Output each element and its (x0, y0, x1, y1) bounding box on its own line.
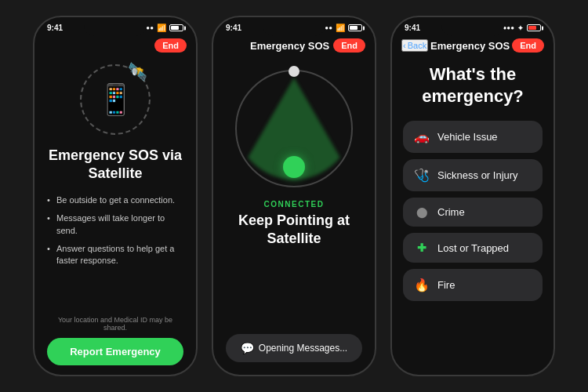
satellite-signal-icon: ✦ (517, 24, 524, 32)
phone-hand-icon: 📱 (97, 82, 134, 117)
nav-bar-1: End (34, 35, 196, 57)
option-list: 🚗 Vehicle Issue 🩺 Sickness or Injury ⬤ C… (403, 121, 543, 301)
option-fire[interactable]: 🔥 Fire (403, 269, 543, 301)
phone-3: 9:41 ●●● ✦ ‹ Back Emergency SOS End What… (390, 16, 555, 376)
nav-title-2: Emergency SOS (250, 40, 329, 52)
radar-satellite-dot (289, 66, 299, 77)
nav-bar-2: Emergency SOS End (213, 35, 375, 57)
nav-title-3: Emergency SOS (430, 40, 510, 52)
opening-messages-button[interactable]: 💬 Opening Messages... (226, 334, 362, 362)
battery-icon-2 (348, 24, 362, 31)
phone2-content: CONNECTED Keep Pointing at Satellite 💬 O… (213, 57, 375, 375)
phone-notch-3 (441, 17, 504, 36)
back-label: Back (408, 41, 426, 50)
nav-bar-3: ‹ Back Emergency SOS End (392, 35, 554, 57)
phone3-content: What's the emergency? 🚗 Vehicle Issue 🩺 … (392, 57, 554, 375)
option-lost-trapped[interactable]: ✚ Lost or Trapped (403, 233, 543, 263)
location-note: Your location and Medical ID may be shar… (47, 316, 183, 332)
time-2: 9:41 (226, 24, 241, 32)
option-fire-label: Fire (437, 279, 455, 291)
report-emergency-button[interactable]: Report Emergency (47, 338, 183, 365)
bullet-2: Messages will take longer to send. (47, 212, 183, 237)
end-button-3[interactable]: End (512, 38, 544, 53)
vehicle-icon: 🚗 (414, 129, 430, 144)
wifi-icon-2: 📶 (336, 24, 345, 32)
option-crime[interactable]: ⬤ Crime (403, 198, 543, 227)
option-sickness-injury[interactable]: 🩺 Sickness or Injury (403, 159, 543, 191)
wifi-icon-1: 📶 (157, 24, 166, 32)
connected-label: CONNECTED (264, 200, 325, 209)
phone-notch-1 (84, 17, 147, 36)
option-vehicle-issue[interactable]: 🚗 Vehicle Issue (403, 121, 543, 153)
option-sickness-label: Sickness or Injury (437, 169, 518, 181)
time-3: 9:41 (405, 24, 420, 32)
chevron-left-icon: ‹ (403, 41, 406, 50)
phone-2: 9:41 ●●● 📶 Emergency SOS End CONNECTED K… (212, 16, 376, 376)
battery-icon-3 (527, 24, 541, 31)
message-bubble-icon: 💬 (241, 342, 254, 354)
satellite-illustration: 🛰️ 📱 (76, 60, 154, 139)
end-button-2[interactable]: End (333, 38, 365, 53)
fire-icon: 🔥 (414, 278, 430, 292)
option-lost-label: Lost or Trapped (437, 242, 509, 254)
opening-messages-label: Opening Messages... (259, 343, 347, 354)
bullet-1: Be outside to get a connection. (47, 194, 183, 206)
status-right-1: ●●● 📶 (143, 24, 184, 32)
lost-icon: ✚ (414, 241, 430, 254)
keep-pointing-text: Keep Pointing at Satellite (226, 212, 362, 249)
phone-notch-2 (263, 17, 325, 36)
phone1-content: 🛰️ 📱 Emergency SOS via Satellite Be outs… (34, 57, 196, 375)
emergency-question: What's the emergency? (403, 64, 543, 107)
option-crime-label: Crime (437, 206, 465, 218)
crime-icon: ⬤ (414, 206, 430, 218)
phone-1: 9:41 ●●● 📶 End 🛰️ 📱 Emergency SOS via Sa… (33, 16, 198, 376)
time-1: 9:41 (47, 24, 63, 32)
sickness-icon: 🩺 (414, 168, 430, 183)
back-button[interactable]: ‹ Back (401, 39, 428, 52)
status-right-3: ●●● ✦ (503, 24, 542, 32)
status-right-2: ●●● 📶 (321, 24, 363, 32)
radar-container (235, 70, 353, 187)
end-button-1[interactable]: End (154, 38, 187, 53)
signal-icon-3: ●●● (503, 24, 515, 31)
battery-icon-1 (169, 24, 183, 31)
bullet-list: Be outside to get a connection. Messages… (47, 194, 183, 274)
radar-center-dot (283, 156, 305, 178)
sos-title: Emergency SOS via Satellite (47, 147, 183, 183)
bullet-3: Answer questions to help get a faster re… (47, 243, 183, 267)
option-vehicle-label: Vehicle Issue (437, 131, 498, 143)
